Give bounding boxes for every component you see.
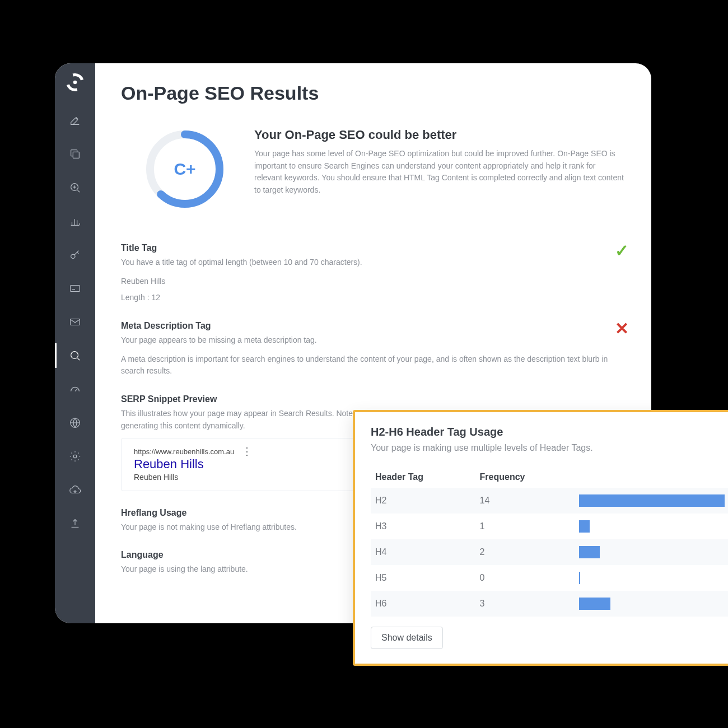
svg-point-8 — [73, 455, 77, 458]
meta-desc-explain: A meta description is important for sear… — [121, 353, 626, 377]
edit-icon — [69, 114, 81, 127]
svg-rect-5 — [71, 319, 80, 325]
col-frequency: Frequency — [475, 466, 575, 488]
cell-header-tag: H2 — [371, 488, 475, 514]
cell-bar — [575, 591, 728, 617]
sidebar-item-gauge[interactable] — [55, 372, 95, 406]
sidebar-item-mail[interactable] — [55, 305, 95, 339]
panel-title: H2-H6 Header Tag Usage — [371, 426, 728, 438]
gauge-icon — [69, 383, 81, 395]
cell-bar — [575, 565, 728, 591]
app-logo-icon — [64, 71, 86, 94]
globe-icon — [69, 417, 81, 429]
cell-frequency: 0 — [475, 565, 575, 591]
cross-icon: ✕ — [615, 319, 629, 338]
sidebar — [55, 63, 95, 623]
bar-chart-icon — [69, 215, 81, 227]
cell-frequency: 3 — [475, 591, 575, 617]
cell-bar — [575, 539, 728, 565]
svg-point-6 — [71, 352, 78, 359]
search-icon — [69, 349, 81, 362]
svg-point-0 — [73, 81, 77, 84]
item-title: Meta Description Tag — [121, 321, 626, 331]
cell-frequency: 14 — [475, 488, 575, 514]
frequency-bar — [579, 520, 590, 533]
frequency-bar — [579, 572, 580, 584]
gear-icon — [69, 450, 81, 463]
sidebar-item-chart[interactable] — [55, 204, 95, 238]
summary-body: Your page has some level of On-Page SEO … — [254, 148, 626, 197]
title-tag-length: Length : 12 — [121, 292, 626, 304]
header-tag-table: Header Tag Frequency H214H31H42H50H63 — [371, 466, 728, 617]
cell-header-tag: H5 — [371, 565, 475, 591]
cloud-download-icon — [69, 484, 81, 496]
sidebar-item-search[interactable] — [55, 339, 95, 372]
svg-rect-4 — [71, 286, 80, 292]
card-icon — [69, 282, 81, 295]
cell-header-tag: H3 — [371, 514, 475, 539]
sidebar-item-zoom[interactable] — [55, 171, 95, 204]
key-icon — [69, 249, 81, 261]
item-title-tag: ✓ Title Tag You have a title tag of opti… — [121, 243, 626, 304]
show-details-button[interactable]: Show details — [371, 627, 443, 649]
table-row: H31 — [371, 514, 728, 539]
copy-icon — [69, 148, 81, 160]
col-bar — [575, 466, 728, 488]
table-row: H50 — [371, 565, 728, 591]
check-icon: ✓ — [615, 241, 629, 260]
frequency-bar — [579, 494, 725, 507]
summary-heading: Your On-Page SEO could be better — [254, 128, 626, 142]
mail-icon — [69, 316, 81, 328]
svg-rect-1 — [73, 152, 79, 158]
item-title: Title Tag — [121, 243, 626, 253]
sidebar-item-edit[interactable] — [55, 104, 95, 137]
sidebar-item-upload[interactable] — [55, 507, 95, 540]
svg-point-3 — [71, 254, 75, 258]
cell-bar — [575, 488, 728, 514]
upload-icon — [69, 517, 81, 530]
cell-frequency: 1 — [475, 514, 575, 539]
panel-subtitle: Your page is making use multiple levels … — [371, 443, 728, 453]
serp-url: https://www.reubenhills.com.au — [134, 447, 234, 456]
item-desc: Your page appears to be missing a meta d… — [121, 334, 626, 347]
sidebar-item-globe[interactable] — [55, 406, 95, 440]
header-tag-panel: H2-H6 Header Tag Usage Your page is maki… — [353, 410, 728, 666]
sidebar-item-copy[interactable] — [55, 137, 95, 171]
page-title: On-Page SEO Results — [121, 82, 626, 104]
sidebar-item-key[interactable] — [55, 238, 95, 272]
item-title: SERP Snippet Preview — [121, 394, 626, 404]
frequency-bar — [579, 598, 610, 610]
sidebar-item-settings[interactable] — [55, 440, 95, 473]
table-row: H42 — [371, 539, 728, 565]
item-desc: You have a title tag of optimal length (… — [121, 256, 626, 269]
table-row: H63 — [371, 591, 728, 617]
cell-bar — [575, 514, 728, 539]
title-tag-value: Reuben Hills — [121, 276, 626, 288]
item-meta-description: ✕ Meta Description Tag Your page appears… — [121, 321, 626, 377]
sidebar-item-card[interactable] — [55, 272, 95, 305]
table-row: H214 — [371, 488, 728, 514]
grade-label: C+ — [143, 128, 226, 211]
zoom-in-icon — [69, 181, 81, 194]
cell-header-tag: H6 — [371, 591, 475, 617]
cell-frequency: 2 — [475, 539, 575, 565]
frequency-bar — [579, 546, 600, 558]
col-header-tag: Header Tag — [371, 466, 475, 488]
grade-ring: C+ — [143, 128, 226, 211]
sidebar-item-cloud[interactable] — [55, 473, 95, 507]
summary-text: Your On-Page SEO could be better Your pa… — [254, 128, 626, 197]
cell-header-tag: H4 — [371, 539, 475, 565]
summary-row: C+ Your On-Page SEO could be better Your… — [121, 128, 626, 211]
